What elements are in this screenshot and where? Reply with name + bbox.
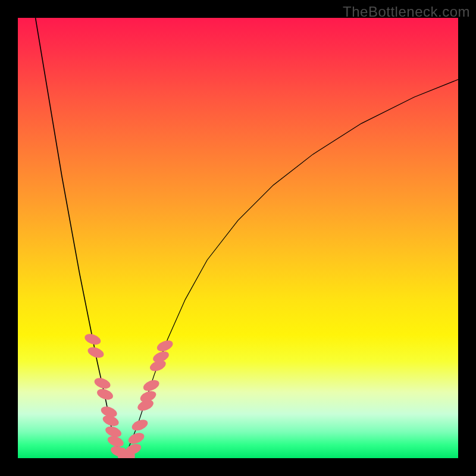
bead-marker: [86, 345, 105, 360]
bead-marker: [127, 431, 146, 446]
bead-marker: [93, 376, 112, 391]
curve-right-branch: [121, 80, 458, 458]
chart-svg: [18, 18, 458, 458]
bead-marker: [142, 378, 161, 393]
plot-area: [18, 18, 458, 458]
bead-marker: [155, 339, 174, 353]
bead-marker: [83, 332, 102, 347]
outer-frame: TheBottleneck.com: [0, 0, 476, 476]
bead-marker: [96, 387, 115, 402]
bead-marker: [130, 418, 149, 433]
bead-markers: [83, 332, 174, 458]
